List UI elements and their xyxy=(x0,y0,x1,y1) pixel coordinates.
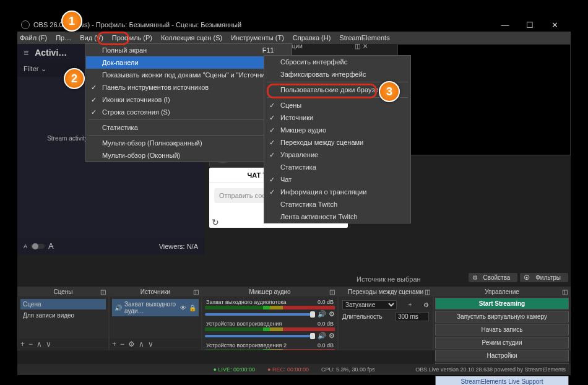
mixer-channel-db: 0.0 dB xyxy=(318,321,334,327)
menu-stats[interactable]: Статистика xyxy=(86,121,292,134)
submenu-lock-ui[interactable]: Зафиксировать интерфейс xyxy=(264,68,410,80)
volume-slider[interactable] xyxy=(205,313,315,316)
menu-fullscreen[interactable]: Полный экранF11 xyxy=(86,44,292,56)
mixer-channel-name: Устройство воспроизведения xyxy=(206,321,282,327)
docks-submenu: Сбросить интерфейс Зафиксировать интерфе… xyxy=(264,55,411,223)
source-up-button[interactable]: ∧ xyxy=(139,340,144,348)
remove-scene-button[interactable]: − xyxy=(28,340,33,348)
controls-header: Управление xyxy=(485,288,519,295)
font-small-icon[interactable]: A xyxy=(24,243,27,249)
menu-help[interactable]: Справка (H) xyxy=(293,34,331,41)
virtual-camera-button[interactable]: Запустить виртуальную камеру xyxy=(435,311,569,322)
scene-down-button[interactable]: ∨ xyxy=(46,340,51,348)
transitions-popout-icon[interactable]: ◫ xyxy=(425,288,430,295)
mute-icon[interactable]: 🔊 xyxy=(318,310,326,318)
sources-popout-icon[interactable]: ◫ xyxy=(193,288,199,295)
no-source-label: Источник не выбран xyxy=(357,275,421,283)
bottom-docks: Сцены◫ Сцена Для записи видео +−∧∨ Источ… xyxy=(17,287,571,350)
submenu-mixer[interactable]: Микшер аудио xyxy=(264,124,410,136)
menu-docks[interactable]: Док-панели xyxy=(86,56,292,69)
source-settings-button[interactable]: ⚙ xyxy=(128,340,135,348)
add-source-button[interactable]: + xyxy=(112,340,116,348)
scene-item[interactable]: Сцена xyxy=(20,299,106,309)
menu-multiview-win[interactable]: Мульти-обзор (Оконный) xyxy=(86,149,292,162)
studio-mode-button[interactable]: Режим студии xyxy=(435,337,569,348)
lock-icon[interactable]: 🔒 xyxy=(189,305,196,311)
trans-add-button[interactable]: + xyxy=(409,301,412,308)
transitions-header: Переходы между сценами xyxy=(348,288,423,295)
submenu-stats[interactable]: Статистика xyxy=(264,161,410,173)
refresh-icon[interactable]: ↻ xyxy=(212,217,219,227)
scene-up-button[interactable]: ∧ xyxy=(37,340,42,348)
submenu-stream-info[interactable]: Информация о трансляции xyxy=(264,186,410,198)
viewers-label: Viewers: N/A xyxy=(159,243,198,250)
dock-close-icon[interactable]: ✕ xyxy=(363,43,368,50)
menu-scene-collection[interactable]: Коллекция сцен (S) xyxy=(161,34,222,41)
menu-source-toolbar[interactable]: Панель инструментов источников xyxy=(86,81,292,93)
submenu-chat[interactable]: Чат xyxy=(264,173,410,186)
mixer-channel-db: 0.0 dB xyxy=(318,299,334,305)
submenu-twitch-stats[interactable]: Статистика Twitch xyxy=(264,198,410,210)
menu-edit[interactable]: Пр… xyxy=(56,34,71,41)
remove-source-button[interactable]: − xyxy=(120,340,124,348)
properties-button[interactable]: ⚙ Свойства xyxy=(469,273,518,282)
menu-tools[interactable]: Инструменты (T) xyxy=(231,34,284,41)
menu-file[interactable]: Файл (F) xyxy=(20,34,47,41)
source-item[interactable]: 🔊 Захват выходного ауди… 👁 🔒 xyxy=(112,299,199,316)
dock-popout-icon[interactable]: ◫ xyxy=(355,43,360,50)
preview-area[interactable] xyxy=(397,44,571,155)
status-cpu: CPU: 5.3%, 30.00 fps xyxy=(321,366,375,373)
menu-source-icons[interactable]: Иконки источников (I) xyxy=(86,93,292,106)
mute-icon[interactable]: 🔊 xyxy=(318,332,326,340)
settings-button[interactable]: Настройки xyxy=(435,350,569,361)
activity-feed-title: Activi… xyxy=(35,48,67,58)
submenu-transitions[interactable]: Переходы между сценами xyxy=(264,136,410,149)
mixer-channel: Устройство воспроизведения 20.0 dB 🔊 ⚙ xyxy=(205,342,335,350)
source-down-button[interactable]: ∨ xyxy=(148,340,153,348)
minimize-button[interactable]: — xyxy=(493,20,517,30)
mixer-header: Микшер аудио xyxy=(249,288,290,295)
font-size-slider[interactable] xyxy=(31,244,45,249)
trans-settings-button[interactable]: ⚙ xyxy=(423,301,429,308)
submenu-reset-ui[interactable]: Сбросить интерфейс xyxy=(264,56,410,68)
menu-status-line[interactable]: Строка состояния (S) xyxy=(86,106,292,118)
controls-popout-icon[interactable]: ◫ xyxy=(562,288,568,295)
start-recording-button[interactable]: Начать запись xyxy=(435,324,569,335)
font-large-icon[interactable]: A xyxy=(48,241,54,251)
mixer-popout-icon[interactable]: ◫ xyxy=(329,288,335,295)
status-live: LIVE: 00:00:00 xyxy=(218,366,255,373)
channel-settings-icon[interactable]: ⚙ xyxy=(329,310,335,318)
volume-slider[interactable] xyxy=(205,335,315,337)
visibility-icon[interactable]: 👁 xyxy=(180,305,186,311)
add-scene-button[interactable]: + xyxy=(20,340,25,348)
filters-button[interactable]: ⦿ Фильтры xyxy=(520,273,568,282)
scene-item[interactable]: Для записи видео xyxy=(20,310,106,321)
app-window: OBS 26.0.…dows) - Профиль: Безымянный - … xyxy=(17,18,571,375)
menu-show-icons[interactable]: Показывать иконки под доками "Сцены" и "… xyxy=(86,69,292,81)
transitions-panel: Переходы между сценами◫ Затухание+⚙ Длит… xyxy=(338,287,433,350)
channel-settings-icon[interactable]: ⚙ xyxy=(329,332,335,340)
mixer-channel-db: 0.0 dB xyxy=(318,342,334,348)
menu-multiview-fs[interactable]: Мульти-обзор (Полноэкранный) xyxy=(86,137,292,149)
callout-ring-3 xyxy=(267,84,377,98)
callout-ring-1 xyxy=(97,32,129,45)
submenu-sources[interactable]: Источники xyxy=(264,111,410,124)
transition-select[interactable]: Затухание xyxy=(342,300,397,309)
menu-streamelements[interactable]: StreamElements xyxy=(339,34,389,41)
scenes-popout-icon[interactable]: ◫ xyxy=(100,288,106,295)
submenu-controls[interactable]: Управление xyxy=(264,149,410,161)
mixer-panel: Микшер аудио◫ Захват выходного аудиопото… xyxy=(202,287,338,350)
maximize-button[interactable]: ☐ xyxy=(517,20,542,30)
hamburger-icon[interactable]: ≡ xyxy=(24,48,28,58)
scenes-panel: Сцены◫ Сцена Для записи видео +−∧∨ xyxy=(17,287,109,350)
se-support-button[interactable]: StreamElements Live Support xyxy=(435,376,569,385)
activity-feed-footer: A A Viewers: N/A xyxy=(17,238,204,254)
scenes-header: Сцены xyxy=(53,288,72,295)
close-button[interactable]: ✕ xyxy=(542,20,567,30)
duration-input[interactable] xyxy=(396,312,429,321)
audio-meter xyxy=(205,306,335,309)
start-streaming-button[interactable]: Start Streaming xyxy=(435,298,569,309)
statusbar: ● LIVE: 00:00:00 ● REC: 00:00:00 CPU: 5.… xyxy=(17,364,571,375)
submenu-twitch-feed[interactable]: Лента активности Twitch xyxy=(264,210,410,223)
obs-logo-icon xyxy=(21,20,30,29)
